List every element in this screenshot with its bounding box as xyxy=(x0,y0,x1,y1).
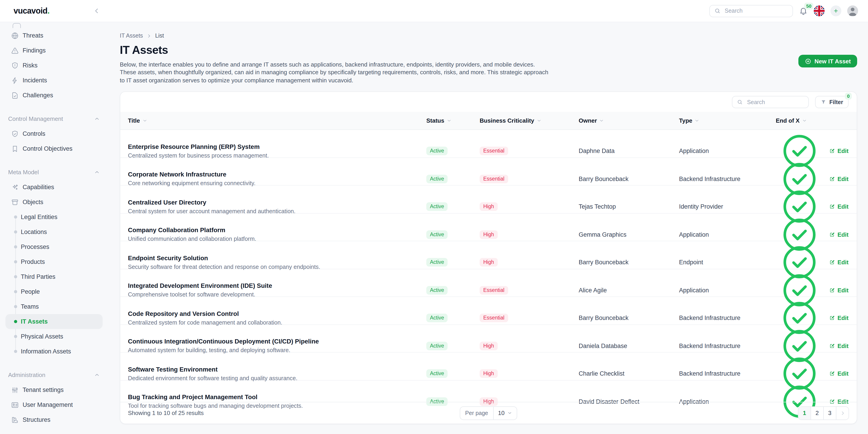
table-search-input[interactable] xyxy=(746,98,804,106)
edit-icon xyxy=(829,176,835,182)
owner-cell: Daniela Database xyxy=(578,342,678,349)
column-header-business-criticality[interactable]: Business Criticality xyxy=(479,117,578,124)
per-page-control: Per page 10 xyxy=(460,406,517,420)
sidebar-item-user-management[interactable]: User Management xyxy=(0,397,108,412)
edit-button[interactable]: Edit xyxy=(829,147,848,154)
criticality-badge: High xyxy=(480,258,498,266)
edit-icon xyxy=(829,259,835,265)
sidebar-item-products[interactable]: Products xyxy=(0,254,108,269)
asset-title: Bug Tracking and Project Management Tool xyxy=(128,394,426,401)
cut-off-icon xyxy=(13,23,21,28)
column-header-end-of-x[interactable]: End of X xyxy=(775,117,820,124)
sidebar-item-risks[interactable]: Risks xyxy=(0,58,108,73)
chevron-up-icon xyxy=(94,116,100,122)
table-row-centralized-user-directory[interactable]: Centralized User DirectoryCentral system… xyxy=(120,185,857,213)
asset-title-cell: Software Testing EnvironmentDedicated en… xyxy=(120,366,426,381)
sidebar-item-third-parties[interactable]: Third Parties xyxy=(0,269,108,284)
breadcrumb-list[interactable]: List xyxy=(155,33,164,39)
sidebar-item-threats[interactable]: Threats xyxy=(0,28,108,43)
page-button-3[interactable]: 3 xyxy=(824,407,836,419)
asset-title: Code Repository and Version Control xyxy=(128,310,426,317)
page-button-1[interactable]: 1 xyxy=(798,407,811,419)
sidebar-item-structures[interactable]: Structures xyxy=(0,412,108,427)
table-row-integrated-development-environment-ide-s[interactable]: Integrated Development Environment (IDE)… xyxy=(120,269,857,297)
sidebar-item-controls[interactable]: Controls xyxy=(0,126,108,141)
sidebar-section-control-management[interactable]: Control Management xyxy=(0,111,108,126)
shield-check-icon xyxy=(11,129,19,138)
status-badge: Active xyxy=(426,174,448,183)
sidebar-item-tenant-settings[interactable]: Tenant settings xyxy=(0,382,108,397)
sidebar-item-physical-assets[interactable]: Physical Assets xyxy=(0,329,108,344)
next-page-button[interactable] xyxy=(836,407,848,419)
asset-description: Core networking equipment ensuring conne… xyxy=(128,180,426,186)
asset-title: Corporate Network Infrastructure xyxy=(128,171,426,178)
brand-dot: . xyxy=(48,6,50,15)
asset-description: Automated system for building, testing, … xyxy=(128,347,426,353)
sidebar-item-people[interactable]: People xyxy=(0,284,108,299)
per-page-select[interactable]: 10 xyxy=(493,407,517,419)
edit-button[interactable]: Edit xyxy=(829,259,848,266)
sidebar-item-it-assets[interactable]: IT Assets xyxy=(5,314,103,329)
breadcrumb-it-assets[interactable]: IT Assets xyxy=(120,33,143,39)
sidebar-item-challenges[interactable]: Challenges xyxy=(0,88,108,103)
language-flag-uk[interactable] xyxy=(814,5,825,16)
sidebar-item-control-objectives[interactable]: Control Objectives xyxy=(0,141,108,156)
edit-button[interactable]: Edit xyxy=(829,175,848,182)
filter-button[interactable]: Filter 0 xyxy=(815,96,848,108)
new-it-asset-button[interactable]: New IT Asset xyxy=(798,55,857,67)
sidebar-section-administration[interactable]: Administration xyxy=(0,368,108,382)
pagination-wrap: 123 xyxy=(517,406,849,420)
sidebar-item-incidents[interactable]: Incidents xyxy=(0,73,108,88)
user-avatar[interactable] xyxy=(847,5,858,16)
sidebar-collapse-button[interactable] xyxy=(93,7,100,15)
sidebar-item-information-assets[interactable]: Information Assets xyxy=(0,344,108,359)
table-row-code-repository-and-version-control[interactable]: Code Repository and Version ControlCentr… xyxy=(120,297,857,325)
edit-icon xyxy=(829,343,835,349)
status-badge: Active xyxy=(426,230,448,239)
asset-title: Company Collaboration Platform xyxy=(128,227,426,233)
table-row-continuous-integration-continuous-deploy[interactable]: Continuous Integration/Continuous Deploy… xyxy=(120,325,857,352)
column-header-title[interactable]: Title xyxy=(120,117,426,124)
column-header-type[interactable]: Type xyxy=(678,117,775,124)
table-row-enterprise-resource-planning-erp-system[interactable]: Enterprise Resource Planning (ERP) Syste… xyxy=(120,130,857,158)
funnel-icon xyxy=(821,99,827,105)
table-row-company-collaboration-platform[interactable]: Company Collaboration PlatformUnified co… xyxy=(120,213,857,241)
quick-add-button[interactable] xyxy=(831,5,841,16)
notifications-button[interactable]: 50 xyxy=(799,6,808,16)
column-header-status[interactable]: Status xyxy=(426,117,479,124)
sidebar-item-legal-entities[interactable]: Legal Entities xyxy=(0,209,108,225)
app-root: vucavoid. 50 ThreatsFindingsRisksInciden… xyxy=(0,0,868,434)
asset-title-cell: Company Collaboration PlatformUnified co… xyxy=(120,227,426,242)
sidebar-item-locations[interactable]: Locations xyxy=(0,225,108,239)
table-row-endpoint-security-solution[interactable]: Endpoint Security SolutionSecurity softw… xyxy=(120,241,857,269)
criticality-badge: High xyxy=(480,202,498,211)
page-button-2[interactable]: 2 xyxy=(811,407,824,419)
sidebar-item-objects[interactable]: Objects xyxy=(0,195,108,209)
global-search-input[interactable] xyxy=(724,7,788,15)
asset-description: Unified communication and collaboration … xyxy=(128,235,426,242)
sidebar-item-capabilities[interactable]: Capabilities xyxy=(0,180,108,195)
criticality-badge: Essential xyxy=(480,174,508,183)
page-title: IT Assets xyxy=(120,44,857,57)
edit-button[interactable]: Edit xyxy=(829,203,848,210)
per-page-label: Per page xyxy=(460,407,493,419)
table-row-corporate-network-infrastructure[interactable]: Corporate Network InfrastructureCore net… xyxy=(120,158,857,185)
table-row-software-testing-environment[interactable]: Software Testing EnvironmentDedicated en… xyxy=(120,352,857,380)
edit-button[interactable]: Edit xyxy=(829,370,848,377)
type-cell: Backend Infrastructure xyxy=(678,370,775,377)
edit-button[interactable]: Edit xyxy=(829,315,848,321)
chevron-right-icon xyxy=(147,33,151,38)
sidebar-item-teams[interactable]: Teams xyxy=(0,299,108,314)
topbar-actions: 50 xyxy=(709,5,858,17)
plus-circle-icon xyxy=(804,58,811,64)
column-header-owner[interactable]: Owner xyxy=(578,117,678,124)
edit-button[interactable]: Edit xyxy=(829,342,848,349)
sidebar-item-findings[interactable]: Findings xyxy=(0,43,108,58)
brand-logo[interactable]: vucavoid. xyxy=(13,6,50,16)
edit-button[interactable]: Edit xyxy=(829,287,848,293)
edit-icon xyxy=(829,371,835,377)
edit-button[interactable]: Edit xyxy=(829,231,848,238)
status-badge: Active xyxy=(426,147,448,155)
sidebar-section-meta-model[interactable]: Meta Model xyxy=(0,165,108,180)
sidebar-item-processes[interactable]: Processes xyxy=(0,239,108,254)
